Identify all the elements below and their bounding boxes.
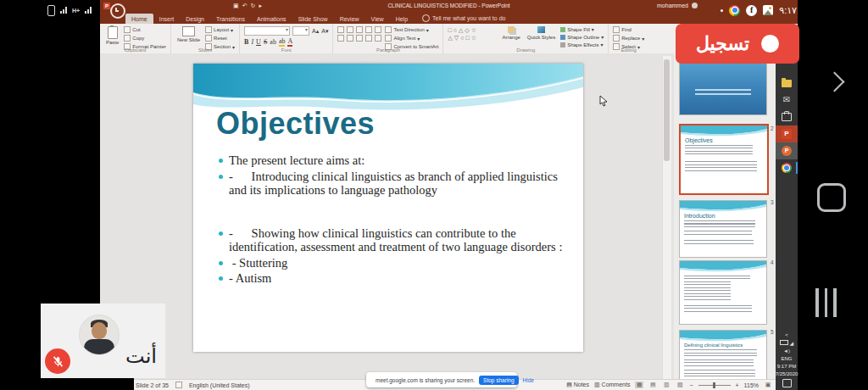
redo-icon[interactable]: ↻ — [251, 0, 256, 11]
tab-review[interactable]: Review — [334, 14, 365, 24]
tab-help[interactable]: Help — [390, 14, 414, 24]
fit-slide-button[interactable]: ▣ — [764, 382, 772, 388]
slide-indicator[interactable]: Slide 2 of 35 — [136, 382, 169, 388]
font-color-button[interactable]: A — [287, 37, 292, 47]
slide-sorter-view-button[interactable]: ▤ — [648, 382, 657, 388]
shapes-gallery[interactable]: □○△◇☆△▽○□☆ — [448, 26, 497, 42]
account-user[interactable]: mohammed — [657, 0, 698, 11]
action-center-icon[interactable] — [782, 379, 792, 387]
tray-clock-date[interactable]: 7/25/2020 — [776, 371, 798, 377]
scrollbar-thumb[interactable] — [664, 59, 670, 161]
reading-view-button[interactable]: ▥ — [662, 382, 670, 388]
text-direction-button[interactable]: Text Direction ▾ — [385, 26, 438, 33]
slide-body-textbox[interactable]: The present lecture aims at: - Introduci… — [219, 153, 571, 287]
columns-icon[interactable] — [375, 35, 381, 42]
tell-me-search[interactable]: Tell me what you want to do — [422, 14, 505, 24]
tray-clock-time[interactable]: 9:17 PM — [777, 364, 796, 370]
font-name-combobox[interactable] — [244, 26, 290, 36]
layout-button[interactable]: Layout ▾ — [205, 26, 235, 33]
recording-badge[interactable]: تسجيل — [676, 24, 799, 64]
grow-font-button[interactable]: A▴ — [312, 28, 319, 35]
notes-button[interactable]: ▤ Notes — [566, 382, 589, 388]
align-left-icon[interactable] — [337, 35, 344, 42]
shape-effects-button[interactable]: Shape Effects ▾ — [560, 42, 604, 47]
vertical-scrollbar[interactable] — [662, 56, 671, 380]
zoom-out-button[interactable]: − — [689, 382, 693, 388]
underline-button[interactable]: U — [256, 38, 261, 46]
bullets-icon[interactable] — [337, 26, 344, 33]
meet-selfview-tile[interactable]: أنت — [41, 304, 165, 378]
copy-button[interactable]: Copy — [124, 35, 166, 42]
tab-view[interactable]: View — [365, 14, 390, 24]
cut-button[interactable]: Cut — [124, 26, 166, 33]
taskbar-mail[interactable]: ✉ — [776, 92, 798, 109]
taskbar-store[interactable] — [776, 109, 798, 125]
zoom-slider-knob[interactable] — [713, 382, 715, 388]
shrink-font-button[interactable]: A▾ — [321, 28, 328, 35]
slide-canvas[interactable]: Objectives The present lecture aims at: … — [193, 64, 583, 352]
undo-icon[interactable]: ↶ — [242, 0, 248, 11]
decrease-indent-icon[interactable] — [356, 26, 363, 33]
taskbar-chrome[interactable] — [776, 159, 798, 176]
hide-link[interactable]: Hide — [523, 377, 534, 383]
facebook-icon[interactable]: f — [746, 5, 757, 16]
arrange-button[interactable]: Arrange — [500, 26, 521, 40]
quick-styles-button[interactable]: Quick Styles — [526, 26, 557, 40]
slideshow-view-button[interactable]: ▧ — [676, 382, 684, 388]
save-icon[interactable]: ▣ — [233, 0, 239, 11]
taskbar-file-explorer[interactable] — [776, 75, 798, 92]
highlight-color-button[interactable]: ab — [279, 37, 286, 47]
zoom-slider[interactable] — [698, 385, 731, 386]
tab-home[interactable]: Home — [125, 14, 153, 24]
nav-back-button[interactable] — [824, 71, 844, 92]
show-hidden-icons-button[interactable]: < — [785, 332, 788, 338]
tab-animations[interactable]: Animations — [251, 14, 292, 24]
slide-title-textbox[interactable]: Objectives — [216, 106, 375, 142]
nav-recents-button[interactable] — [815, 288, 837, 317]
new-slide-button[interactable]: New Slide — [175, 26, 202, 42]
text-shadow-button[interactable]: ab — [270, 38, 276, 46]
nav-home-button[interactable] — [817, 183, 846, 212]
thumbnail-slide-1[interactable] — [679, 59, 767, 115]
bold-button[interactable]: B — [244, 38, 248, 46]
thumbnail-slide-3[interactable]: Introduction — [679, 200, 767, 258]
stop-sharing-button[interactable]: Stop sharing — [479, 376, 519, 385]
spellcheck-icon[interactable] — [175, 382, 182, 388]
shape-outline-button[interactable]: Shape Outline ▾ — [560, 34, 604, 40]
replace-button[interactable]: Replace ▾ — [613, 35, 644, 42]
font-size-combobox[interactable] — [292, 26, 309, 36]
numbering-icon[interactable] — [347, 26, 353, 33]
comments-button[interactable]: ▥ Comments — [594, 382, 630, 388]
find-button[interactable]: Find — [613, 26, 644, 33]
align-center-icon[interactable] — [347, 35, 353, 42]
align-right-icon[interactable] — [356, 35, 363, 42]
normal-view-button[interactable]: ▦ — [635, 382, 643, 388]
justify-icon[interactable] — [365, 35, 372, 42]
increase-indent-icon[interactable] — [365, 26, 372, 33]
zoom-in-button[interactable]: + — [736, 382, 739, 388]
speaker-icon[interactable]: ◄) — [783, 348, 790, 354]
tab-transitions[interactable]: Transitions — [210, 14, 251, 24]
thumbnail-slide-5[interactable]: Defining clinical linguistics — [679, 330, 767, 380]
line-spacing-icon[interactable] — [375, 26, 381, 33]
zoom-level[interactable]: 115% — [744, 382, 759, 388]
chrome-icon[interactable] — [729, 5, 740, 16]
align-text-button[interactable]: Align Text ▾ — [385, 35, 438, 42]
reset-button[interactable]: Reset — [205, 35, 235, 42]
start-slideshow-icon[interactable]: ▸ — [259, 0, 262, 11]
mic-muted-button[interactable] — [45, 348, 70, 374]
language-indicator[interactable]: English (United States) — [189, 382, 250, 388]
gallery-icon[interactable] — [763, 5, 773, 15]
shape-fill-button[interactable]: Shape Fill ▾ — [560, 26, 604, 32]
taskbar-powerpoint-active[interactable]: P — [776, 125, 798, 142]
tab-insert[interactable]: Insert — [153, 14, 181, 24]
strikethrough-button[interactable]: S — [264, 38, 267, 46]
thumbnail-slide-2[interactable]: Objectives — [679, 124, 769, 195]
paste-button[interactable]: Paste — [104, 26, 120, 45]
tab-slide-show[interactable]: Slide Show — [292, 14, 334, 24]
language-toggle[interactable]: ENG — [782, 356, 793, 362]
thumbnail-slide-4[interactable] — [679, 260, 767, 325]
italic-button[interactable]: I — [251, 38, 253, 46]
taskbar-powerpoint[interactable]: P — [776, 142, 798, 159]
tab-design[interactable]: Design — [180, 14, 210, 24]
